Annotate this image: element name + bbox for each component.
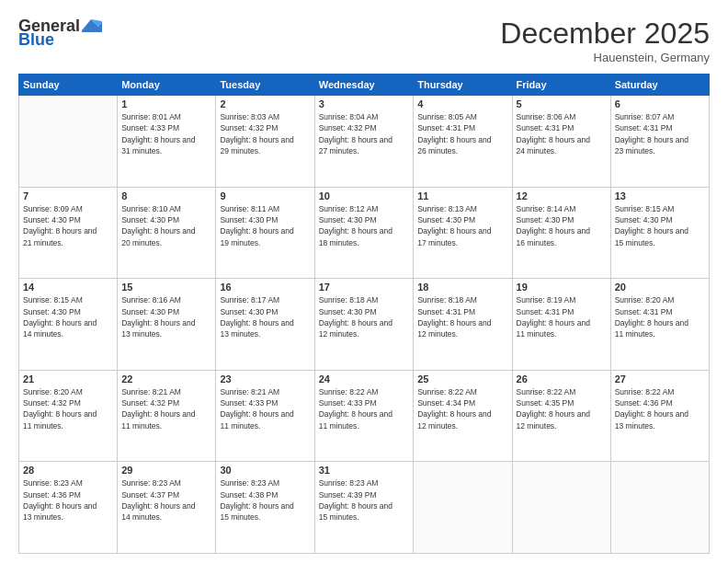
day-info: Sunrise: 8:21 AMSunset: 4:33 PMDaylight:… [220, 386, 310, 431]
calendar-cell: 3Sunrise: 8:04 AMSunset: 4:32 PMDaylight… [314, 96, 413, 188]
daylight-text-line2: 15 minutes. [220, 511, 310, 523]
sunrise-text: Sunrise: 8:16 AM [121, 294, 211, 305]
calendar-table: Sunday Monday Tuesday Wednesday Thursday… [18, 74, 710, 554]
sunrise-text: Sunrise: 8:01 AM [121, 111, 211, 122]
sunset-text: Sunset: 4:35 PM [517, 397, 607, 408]
col-friday: Friday [512, 75, 610, 96]
day-info: Sunrise: 8:07 AMSunset: 4:31 PMDaylight:… [615, 111, 705, 156]
daylight-text-line1: Daylight: 8 hours and [319, 225, 409, 236]
sunset-text: Sunset: 4:31 PM [517, 122, 607, 133]
calendar-cell: 12Sunrise: 8:14 AMSunset: 4:30 PMDayligh… [512, 187, 610, 279]
daylight-text-line2: 16 minutes. [517, 237, 607, 248]
day-info: Sunrise: 8:23 AMSunset: 4:36 PMDaylight:… [23, 477, 113, 523]
day-number: 6 [615, 98, 705, 109]
col-monday: Monday [118, 75, 216, 96]
sunrise-text: Sunrise: 8:22 AM [615, 386, 705, 397]
sunset-text: Sunset: 4:30 PM [121, 306, 211, 317]
sunset-text: Sunset: 4:39 PM [319, 489, 409, 500]
daylight-text-line1: Daylight: 8 hours and [23, 317, 113, 328]
calendar-cell: 16Sunrise: 8:17 AMSunset: 4:30 PMDayligh… [216, 279, 314, 371]
daylight-text-line2: 24 minutes. [517, 145, 607, 156]
daylight-text-line1: Daylight: 8 hours and [615, 225, 705, 236]
sunset-text: Sunset: 4:30 PM [121, 214, 211, 225]
sunrise-text: Sunrise: 8:13 AM [417, 203, 507, 214]
sunrise-text: Sunrise: 8:07 AM [615, 111, 705, 122]
day-number: 4 [417, 98, 507, 109]
day-info: Sunrise: 8:18 AMSunset: 4:31 PMDaylight:… [417, 294, 507, 339]
daylight-text-line2: 29 minutes. [220, 145, 310, 156]
sunrise-text: Sunrise: 8:23 AM [23, 477, 113, 488]
location: Hauenstein, Germany [500, 51, 710, 64]
day-info: Sunrise: 8:15 AMSunset: 4:30 PMDaylight:… [23, 294, 113, 339]
day-number: 10 [319, 190, 409, 201]
sunrise-text: Sunrise: 8:15 AM [23, 294, 113, 305]
col-sunday: Sunday [19, 75, 118, 96]
daylight-text-line1: Daylight: 8 hours and [319, 134, 409, 145]
calendar-cell: 1Sunrise: 8:01 AMSunset: 4:33 PMDaylight… [118, 96, 216, 188]
logo: General Blue [18, 17, 102, 50]
sunset-text: Sunset: 4:30 PM [319, 214, 409, 225]
day-number: 1 [121, 98, 211, 109]
daylight-text-line2: 14 minutes. [121, 511, 211, 523]
day-info: Sunrise: 8:22 AMSunset: 4:34 PMDaylight:… [417, 386, 507, 431]
daylight-text-line1: Daylight: 8 hours and [615, 317, 705, 328]
day-number: 13 [615, 190, 705, 201]
calendar-week-row-0: 1Sunrise: 8:01 AMSunset: 4:33 PMDaylight… [19, 96, 710, 188]
day-info: Sunrise: 8:20 AMSunset: 4:31 PMDaylight:… [615, 294, 705, 339]
sunset-text: Sunset: 4:32 PM [319, 122, 409, 133]
sunset-text: Sunset: 4:33 PM [319, 397, 409, 408]
day-number: 12 [517, 190, 607, 201]
sunrise-text: Sunrise: 8:11 AM [220, 203, 310, 214]
sunrise-text: Sunrise: 8:21 AM [121, 386, 211, 397]
calendar-cell: 5Sunrise: 8:06 AMSunset: 4:31 PMDaylight… [512, 96, 610, 188]
daylight-text-line2: 11 minutes. [23, 420, 113, 431]
calendar-cell: 14Sunrise: 8:15 AMSunset: 4:30 PMDayligh… [19, 279, 118, 371]
daylight-text-line2: 27 minutes. [319, 145, 409, 156]
day-number: 17 [319, 282, 409, 293]
calendar-header-row: Sunday Monday Tuesday Wednesday Thursday… [19, 75, 710, 96]
sunset-text: Sunset: 4:30 PM [23, 306, 113, 317]
day-info: Sunrise: 8:18 AMSunset: 4:30 PMDaylight:… [319, 294, 409, 339]
day-info: Sunrise: 8:20 AMSunset: 4:32 PMDaylight:… [23, 386, 113, 431]
sunset-text: Sunset: 4:31 PM [615, 122, 705, 133]
day-number: 24 [319, 373, 409, 385]
sunset-text: Sunset: 4:30 PM [23, 214, 113, 225]
day-number: 28 [23, 465, 113, 476]
day-number: 2 [220, 98, 310, 109]
day-info: Sunrise: 8:22 AMSunset: 4:33 PMDaylight:… [319, 386, 409, 431]
sunset-text: Sunset: 4:32 PM [220, 122, 310, 133]
day-info: Sunrise: 8:03 AMSunset: 4:32 PMDaylight:… [220, 111, 310, 156]
sunrise-text: Sunrise: 8:03 AM [220, 111, 310, 122]
daylight-text-line2: 11 minutes. [220, 420, 310, 431]
day-number: 7 [23, 190, 113, 201]
daylight-text-line1: Daylight: 8 hours and [220, 408, 310, 419]
day-info: Sunrise: 8:23 AMSunset: 4:37 PMDaylight:… [121, 477, 211, 523]
daylight-text-line2: 18 minutes. [319, 237, 409, 248]
calendar-cell: 23Sunrise: 8:21 AMSunset: 4:33 PMDayligh… [216, 370, 314, 462]
calendar-cell: 29Sunrise: 8:23 AMSunset: 4:37 PMDayligh… [118, 462, 216, 554]
sunset-text: Sunset: 4:30 PM [319, 306, 409, 317]
daylight-text-line2: 13 minutes. [23, 511, 113, 523]
col-thursday: Thursday [414, 75, 512, 96]
calendar-cell: 4Sunrise: 8:05 AMSunset: 4:31 PMDaylight… [414, 96, 512, 188]
calendar-cell: 30Sunrise: 8:23 AMSunset: 4:38 PMDayligh… [216, 462, 314, 554]
calendar-cell: 31Sunrise: 8:23 AMSunset: 4:39 PMDayligh… [314, 462, 413, 554]
calendar-cell: 8Sunrise: 8:10 AMSunset: 4:30 PMDaylight… [118, 187, 216, 279]
day-number: 15 [121, 282, 211, 293]
sunset-text: Sunset: 4:37 PM [121, 489, 211, 500]
daylight-text-line2: 11 minutes. [319, 420, 409, 431]
daylight-text-line1: Daylight: 8 hours and [220, 225, 310, 236]
sunrise-text: Sunrise: 8:06 AM [517, 111, 607, 122]
daylight-text-line2: 20 minutes. [121, 237, 211, 248]
day-number: 9 [220, 190, 310, 201]
day-number: 23 [220, 373, 310, 385]
calendar-cell: 25Sunrise: 8:22 AMSunset: 4:34 PMDayligh… [414, 370, 512, 462]
day-number: 26 [517, 373, 607, 385]
calendar-cell: 6Sunrise: 8:07 AMSunset: 4:31 PMDaylight… [610, 96, 709, 188]
day-info: Sunrise: 8:05 AMSunset: 4:31 PMDaylight:… [417, 111, 507, 156]
daylight-text-line1: Daylight: 8 hours and [23, 408, 113, 419]
day-number: 3 [319, 98, 409, 109]
calendar-cell: 2Sunrise: 8:03 AMSunset: 4:32 PMDaylight… [216, 96, 314, 188]
sunrise-text: Sunrise: 8:18 AM [417, 294, 507, 305]
daylight-text-line1: Daylight: 8 hours and [517, 225, 607, 236]
